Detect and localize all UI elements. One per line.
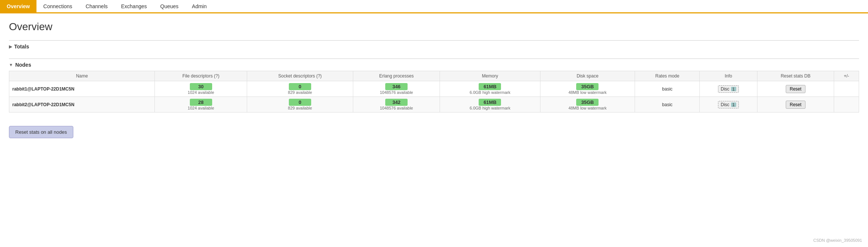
reset-button[interactable]: Reset [786,101,805,109]
file-desc-avail: 1024 available [158,106,244,110]
file-desc-cell: 28 1024 available [155,97,247,113]
plus-minus-cell [834,81,859,97]
socket-value: 0 [289,83,311,90]
socket-desc-cell: 0 829 available [247,97,353,113]
memory-value: 61MB [479,83,501,90]
socket-value: 0 [289,99,311,106]
reset-button[interactable]: Reset [786,85,805,93]
memory-avail: 6.0GB high watermark [443,106,537,110]
tab-admin[interactable]: Admin [185,0,214,12]
col-rates: Rates mode [635,71,700,81]
disc-num: 1 [731,102,736,107]
erlang-cell: 346 1048576 available [353,81,440,97]
col-reset-db: Reset stats DB [757,71,834,81]
disc-num: 1 [731,87,736,91]
file-desc-avail: 1024 available [158,90,244,95]
file-desc-value: 28 [190,99,212,106]
nodes-header[interactable]: ▼ Nodes [9,59,859,71]
rates-mode-value: basic [662,86,673,92]
col-name: Name [9,71,155,81]
page-title: Overview [9,21,859,33]
col-memory: Memory [440,71,540,81]
info-cell[interactable]: Disc 1 [700,81,757,97]
rates-mode-value: basic [662,102,673,107]
erlang-value: 346 [385,83,408,90]
col-plus-minus: +/- [834,71,859,81]
disk-value: 35GB [576,83,599,90]
disk-avail: 48MB low watermark [543,106,632,110]
tab-queues[interactable]: Queues [154,0,185,12]
disc-badge[interactable]: Disc 1 [718,85,738,93]
col-erlang: Erlang processes [353,71,440,81]
nodes-label: Nodes [15,62,31,68]
col-socket-desc: Socket descriptors (?) [247,71,353,81]
totals-header[interactable]: ▶ Totals [9,41,859,53]
nodes-section: ▼ Nodes Name File descriptors (?) Socket… [9,58,859,113]
disc-label: Disc [721,102,729,107]
table-row: rabbit1@LAPTOP-22D1MC5N 30 1024 availabl… [9,81,859,97]
socket-avail: 829 available [250,106,350,110]
table-row: rabbit2@LAPTOP-22D1MC5N 28 1024 availabl… [9,97,859,113]
memory-value: 61MB [479,99,501,106]
reset-all-button[interactable]: Reset stats on all nodes [9,126,73,138]
file-desc-value: 30 [190,83,212,90]
info-cell[interactable]: Disc 1 [700,97,757,113]
totals-section: ▶ Totals [9,40,859,53]
disk-cell: 35GB 48MB low watermark [540,81,635,97]
rates-mode-cell: basic [635,97,700,113]
page-content: Overview ▶ Totals ▼ Nodes Name File desc… [0,13,868,146]
plus-minus-cell [834,97,859,113]
col-info: Info [700,71,757,81]
nodes-arrow: ▼ [9,63,13,67]
node-name: rabbit2@LAPTOP-22D1MC5N [9,97,155,113]
totals-arrow: ▶ [9,44,12,49]
tab-exchanges[interactable]: Exchanges [114,0,153,12]
memory-avail: 6.0GB high watermark [443,90,537,95]
file-desc-cell: 30 1024 available [155,81,247,97]
erlang-avail: 1048576 available [356,106,437,110]
disk-avail: 48MB low watermark [543,90,632,95]
nodes-table: Name File descriptors (?) Socket descrip… [9,71,859,113]
rates-mode-cell: basic [635,81,700,97]
erlang-cell: 342 1048576 available [353,97,440,113]
disk-value: 35GB [576,99,599,106]
disc-badge[interactable]: Disc 1 [718,101,738,108]
socket-desc-cell: 0 829 available [247,81,353,97]
tab-overview[interactable]: Overview [0,0,36,12]
disk-cell: 35GB 48MB low watermark [540,97,635,113]
node-name: rabbit1@LAPTOP-22D1MC5N [9,81,155,97]
reset-cell[interactable]: Reset [757,81,834,97]
disc-label: Disc [721,86,729,92]
erlang-avail: 1048576 available [356,90,437,95]
memory-cell: 61MB 6.0GB high watermark [440,97,540,113]
tab-connections[interactable]: Connections [36,0,79,12]
tab-channels[interactable]: Channels [79,0,114,12]
col-file-desc: File descriptors (?) [155,71,247,81]
col-disk: Disk space [540,71,635,81]
socket-avail: 829 available [250,90,350,95]
erlang-value: 342 [385,99,408,106]
reset-cell[interactable]: Reset [757,97,834,113]
memory-cell: 61MB 6.0GB high watermark [440,81,540,97]
totals-label: Totals [14,44,29,50]
nav-bar: Overview Connections Channels Exchanges … [0,0,868,13]
